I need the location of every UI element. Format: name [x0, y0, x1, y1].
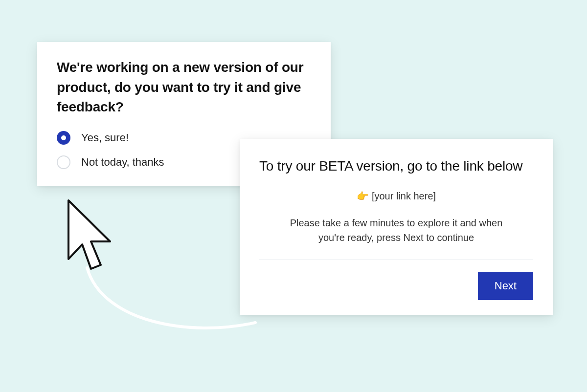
- next-button[interactable]: Next: [478, 272, 533, 300]
- survey-question-text: We're working on a new version of our pr…: [57, 58, 311, 117]
- connector-arrow-icon: [83, 264, 259, 342]
- beta-link-row: 👉[your link here]: [259, 190, 533, 202]
- radio-unselected-icon: [57, 155, 70, 169]
- radio-selected-icon: [57, 131, 70, 145]
- beta-instruction-text: Please take a few minutes to explore it …: [279, 216, 514, 245]
- card-footer: Next: [259, 272, 533, 300]
- pointing-right-icon: 👉: [357, 191, 369, 201]
- option-no-label: Not today, thanks: [81, 156, 164, 169]
- beta-link-placeholder: [your link here]: [372, 191, 436, 201]
- beta-info-card: To try our BETA version, go to the link …: [240, 139, 553, 315]
- divider: [259, 260, 533, 260]
- beta-heading: To try our BETA version, go to the link …: [259, 156, 533, 175]
- option-yes-label: Yes, sure!: [81, 131, 129, 144]
